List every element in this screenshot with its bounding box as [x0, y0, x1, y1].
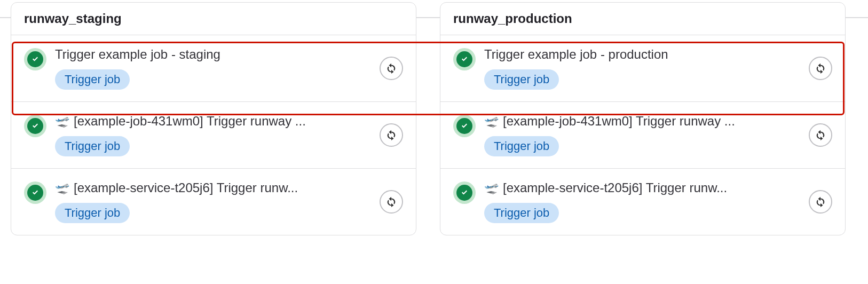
airplane-icon: 🛫	[55, 182, 69, 194]
status-passed-icon	[453, 115, 476, 137]
stage-title[interactable]: runway_staging	[11, 3, 416, 35]
stage-column-production: runway_production Trigger example job - …	[440, 2, 846, 235]
retry-button[interactable]	[380, 123, 403, 147]
job-row[interactable]: Trigger example job - staging Trigger jo…	[11, 35, 416, 102]
retry-icon	[385, 129, 397, 141]
job-row[interactable]: 🛫 [example-job-431wm0] Trigger runway ..…	[440, 102, 845, 169]
job-row[interactable]: 🛫 [example-service-t205j6] Trigger runw.…	[440, 169, 845, 235]
job-row[interactable]: 🛫 [example-job-431wm0] Trigger runway ..…	[11, 102, 416, 169]
trigger-job-badge[interactable]: Trigger job	[55, 203, 130, 223]
job-title: [example-job-431wm0] Trigger runway ...	[503, 114, 735, 129]
job-title: [example-service-t205j6] Trigger runw...	[74, 180, 298, 195]
job-title: Trigger example job - staging	[55, 47, 220, 62]
retry-button[interactable]	[809, 57, 832, 80]
retry-icon	[385, 62, 397, 74]
airplane-icon: 🛫	[484, 115, 499, 127]
status-passed-icon	[24, 182, 46, 204]
stage-column-staging: runway_staging Trigger example job - sta…	[11, 2, 416, 235]
pipeline-stages: runway_staging Trigger example job - sta…	[0, 0, 868, 238]
status-passed-icon	[453, 182, 476, 204]
retry-button[interactable]	[380, 57, 403, 80]
retry-button[interactable]	[380, 190, 403, 214]
retry-icon	[815, 196, 826, 208]
retry-button[interactable]	[809, 123, 832, 147]
retry-icon	[385, 196, 397, 208]
job-title: [example-service-t205j6] Trigger runw...	[503, 180, 727, 195]
trigger-job-badge[interactable]: Trigger job	[55, 136, 130, 156]
trigger-job-badge[interactable]: Trigger job	[484, 203, 559, 223]
job-content: Trigger example job - production Trigger…	[484, 47, 832, 90]
stage-title[interactable]: runway_production	[440, 3, 845, 35]
retry-button[interactable]	[809, 190, 832, 214]
job-content: 🛫 [example-service-t205j6] Trigger runw.…	[484, 180, 832, 223]
job-content: Trigger example job - staging Trigger jo…	[55, 47, 403, 90]
airplane-icon: 🛫	[484, 182, 499, 194]
status-passed-icon	[453, 48, 476, 70]
job-content: 🛫 [example-job-431wm0] Trigger runway ..…	[55, 114, 403, 156]
job-title: [example-job-431wm0] Trigger runway ...	[74, 114, 306, 129]
retry-icon	[815, 62, 826, 74]
retry-icon	[815, 129, 826, 141]
status-passed-icon	[24, 115, 46, 137]
job-content: 🛫 [example-job-431wm0] Trigger runway ..…	[484, 114, 832, 156]
job-row[interactable]: Trigger example job - production Trigger…	[440, 35, 845, 102]
job-content: 🛫 [example-service-t205j6] Trigger runw.…	[55, 180, 403, 223]
status-passed-icon	[24, 48, 46, 70]
trigger-job-badge[interactable]: Trigger job	[484, 69, 559, 90]
airplane-icon: 🛫	[55, 115, 69, 127]
trigger-job-badge[interactable]: Trigger job	[484, 136, 559, 156]
trigger-job-badge[interactable]: Trigger job	[55, 69, 130, 90]
job-row[interactable]: 🛫 [example-service-t205j6] Trigger runw.…	[11, 169, 416, 235]
job-title: Trigger example job - production	[484, 47, 668, 62]
